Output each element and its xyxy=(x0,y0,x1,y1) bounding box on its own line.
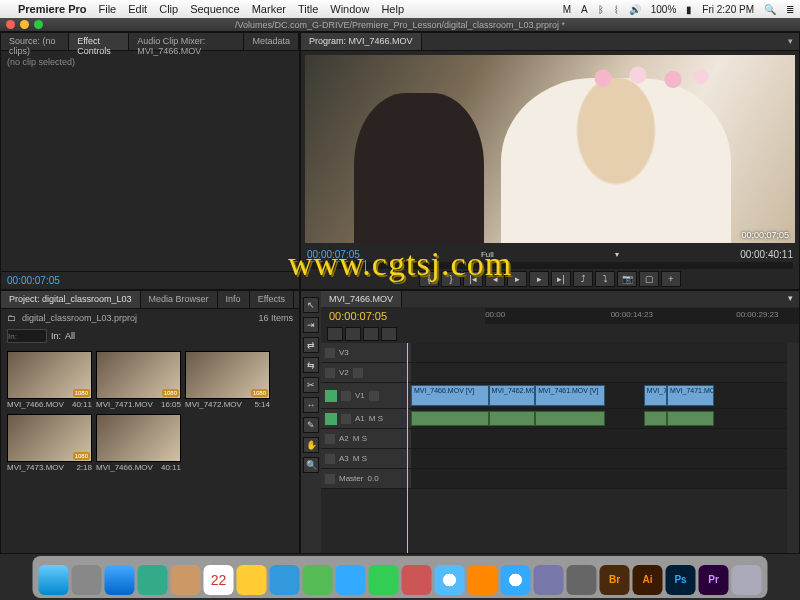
timeline-timecode[interactable]: 00:00:07:05 xyxy=(321,310,395,322)
track-label[interactable]: A3 xyxy=(339,454,349,463)
track-body[interactable] xyxy=(411,449,799,468)
dock-messages-icon[interactable] xyxy=(336,565,366,595)
selection-tool[interactable]: ↖ xyxy=(303,297,319,313)
dock-illustrator-icon[interactable]: Ai xyxy=(633,565,663,595)
track-body[interactable] xyxy=(411,409,799,428)
mute-solo[interactable]: M S xyxy=(353,434,367,443)
tab-metadata[interactable]: Metadata xyxy=(244,33,299,50)
zoom-select[interactable]: Full xyxy=(481,250,494,259)
timeline-audio-clip[interactable] xyxy=(411,411,489,426)
track-body[interactable] xyxy=(411,469,799,488)
extract-button[interactable]: ⤵ xyxy=(595,271,615,287)
ripple-edit-tool[interactable]: ⇄ xyxy=(303,337,319,353)
dock-launchpad-icon[interactable] xyxy=(72,565,102,595)
export-frame-button[interactable]: 📷 xyxy=(617,271,637,287)
menu-window[interactable]: Window xyxy=(330,3,369,15)
hand-tool[interactable]: ✋ xyxy=(303,437,319,453)
timeline-ruler[interactable]: 00:00 00:00:14:23 00:00:29:23 xyxy=(485,308,799,324)
dock-photobooth-icon[interactable] xyxy=(402,565,432,595)
lift-button[interactable]: ⤴ xyxy=(573,271,593,287)
timeline-clip[interactable]: MVI_7462.MO xyxy=(489,385,536,406)
track-body[interactable]: MVI_7466.MOV [V] MVI_7462.MO MVI_7461.MO… xyxy=(411,383,799,408)
track-target[interactable] xyxy=(325,390,337,402)
razor-tool[interactable]: ✂ xyxy=(303,377,319,393)
timeline-audio-clip[interactable] xyxy=(644,411,667,426)
menu-title[interactable]: Title xyxy=(298,3,318,15)
project-clip[interactable]: 1080 MVI_7473.MOV2:18 xyxy=(7,414,92,473)
timeline-audio-clip[interactable] xyxy=(535,411,605,426)
project-search-input[interactable] xyxy=(7,329,47,343)
timeline-clip[interactable]: MVI_7471.MOV xyxy=(667,385,714,406)
app-name[interactable]: Premiere Pro xyxy=(18,3,86,15)
menu-help[interactable]: Help xyxy=(381,3,404,15)
resolution-select[interactable]: ▾ xyxy=(615,250,619,259)
timeline-vertical-scrollbar[interactable] xyxy=(787,343,799,553)
timeline-clip[interactable]: MVI_74 xyxy=(644,385,667,406)
tab-project[interactable]: Project: digital_classroom_L03 xyxy=(1,291,141,308)
step-back-button[interactable]: ◂ xyxy=(485,271,505,287)
settings-button[interactable]: + xyxy=(661,271,681,287)
tab-audio-mixer[interactable]: Audio Clip Mixer: MVI_7466.MOV xyxy=(129,33,244,50)
track-label[interactable]: A1 xyxy=(355,414,365,423)
dock-contacts-icon[interactable] xyxy=(171,565,201,595)
track-body[interactable] xyxy=(411,363,799,382)
mute-solo[interactable]: M S xyxy=(353,454,367,463)
dock-finder-icon[interactable] xyxy=(39,565,69,595)
dock-mail-icon[interactable] xyxy=(138,565,168,595)
menu-clip[interactable]: Clip xyxy=(159,3,178,15)
slip-tool[interactable]: ↔ xyxy=(303,397,319,413)
track-select-tool[interactable]: ⇥ xyxy=(303,317,319,333)
dock-itunes-icon[interactable] xyxy=(435,565,465,595)
playhead[interactable] xyxy=(407,343,408,553)
dock-premiere-icon[interactable]: Pr xyxy=(699,565,729,595)
track-label[interactable]: A2 xyxy=(339,434,349,443)
dock-trash-icon[interactable] xyxy=(732,565,762,595)
menu-sequence[interactable]: Sequence xyxy=(190,3,240,15)
rolling-edit-tool[interactable]: ⇆ xyxy=(303,357,319,373)
battery-icon[interactable]: ▮ xyxy=(686,4,692,15)
source-timecode[interactable]: 00:00:07:05 xyxy=(7,275,60,286)
dock-calendar-icon[interactable]: 22 xyxy=(204,565,234,595)
dock-notes-icon[interactable] xyxy=(237,565,267,595)
close-window-button[interactable] xyxy=(6,20,15,29)
zoom-window-button[interactable] xyxy=(34,20,43,29)
lock-icon[interactable] xyxy=(325,368,335,378)
eye-icon[interactable] xyxy=(353,368,363,378)
dock-maps-icon[interactable] xyxy=(303,565,333,595)
track-label[interactable]: V3 xyxy=(339,348,349,357)
tab-source[interactable]: Source: (no clips) xyxy=(1,33,69,50)
tab-effect-controls[interactable]: Effect Controls xyxy=(69,33,129,50)
tab-program[interactable]: Program: MVI_7466.MOV xyxy=(301,33,422,50)
dock-bridge-icon[interactable]: Br xyxy=(600,565,630,595)
track-target[interactable] xyxy=(325,413,337,425)
linked-selection-toggle[interactable] xyxy=(345,327,361,341)
tab-info[interactable]: Info xyxy=(218,291,250,308)
mute-solo[interactable]: M S xyxy=(369,414,383,423)
menu-edit[interactable]: Edit xyxy=(128,3,147,15)
timeline-audio-clip[interactable] xyxy=(489,411,536,426)
timeline-clip[interactable]: MVI_7466.MOV [V] xyxy=(411,385,489,406)
dock-sysprefs-icon[interactable] xyxy=(567,565,597,595)
timeline-clip[interactable]: MVI_7461.MOV [V] xyxy=(535,385,605,406)
program-timecode-left[interactable]: 00:00:07:05 xyxy=(307,249,360,260)
lock-icon[interactable] xyxy=(325,348,335,358)
dock-ibooks-icon[interactable] xyxy=(468,565,498,595)
mark-out-button[interactable]: } xyxy=(441,271,461,287)
dock-photoshop-icon[interactable]: Ps xyxy=(666,565,696,595)
lock-icon[interactable] xyxy=(325,434,335,444)
pen-tool[interactable]: ✎ xyxy=(303,417,319,433)
adobe-m-icon[interactable]: M xyxy=(563,4,571,15)
safe-margins-button[interactable]: ▢ xyxy=(639,271,659,287)
minimize-window-button[interactable] xyxy=(20,20,29,29)
lock-icon[interactable] xyxy=(325,454,335,464)
dock-appstore-icon[interactable] xyxy=(501,565,531,595)
go-to-out-button[interactable]: ▸| xyxy=(551,271,571,287)
dock-reminders-icon[interactable] xyxy=(270,565,300,595)
zoom-tool[interactable]: 🔍 xyxy=(303,457,319,473)
adobe-a-icon[interactable]: A xyxy=(581,4,588,15)
dock-safari-icon[interactable] xyxy=(105,565,135,595)
program-viewer[interactable]: 00;00;07;05 xyxy=(305,55,795,243)
lock-icon[interactable] xyxy=(341,414,351,424)
dock-facetime-icon[interactable] xyxy=(369,565,399,595)
timeline-audio-clip[interactable] xyxy=(667,411,714,426)
